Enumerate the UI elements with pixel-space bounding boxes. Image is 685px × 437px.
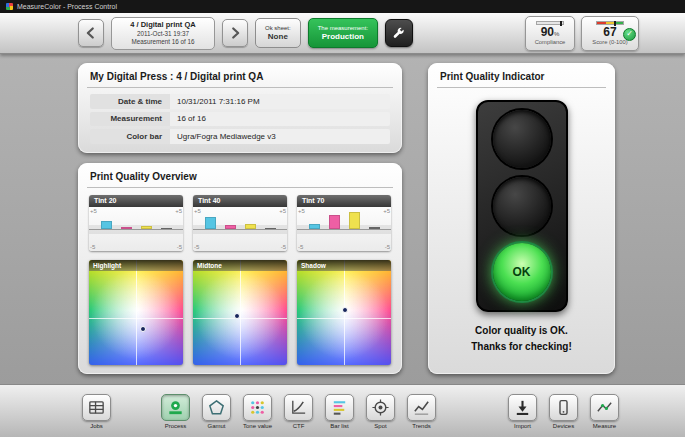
tool-button-devices[interactable]: Devices: [545, 394, 582, 429]
tint-chart-plot: +5+5-5-5: [297, 207, 391, 251]
tint-chart-title: Tint 40: [193, 195, 287, 207]
app-window: MeasureColor - Process Control 4 / Digit…: [0, 0, 685, 437]
tool-button-bar-list[interactable]: Bar list: [321, 394, 358, 429]
gamut-highlight: Highlight: [89, 260, 183, 365]
y-tick-label: +5: [194, 208, 201, 214]
score-gauge: 67 Score (0-100) ✓: [581, 16, 639, 51]
job-measurement: Measurement 16 of 16: [131, 38, 194, 46]
indicator-message-line1: Color quality is OK.: [437, 323, 606, 339]
tint-bar-cyan: [101, 221, 112, 229]
settings-button[interactable]: [385, 19, 413, 47]
bottom-toolbar: Jobs ProcessGamutTone valueCTFBar listSp…: [0, 384, 685, 437]
tint-bar-black: [369, 227, 380, 228]
wrench-icon: [391, 25, 407, 41]
y-tick-label: +5: [90, 208, 97, 214]
toolbar-group-jobs: Jobs: [78, 394, 115, 429]
compliance-label: Compliance: [535, 39, 566, 45]
tool-button-process[interactable]: Process: [157, 394, 194, 429]
ok-sheet-label: Ok sheet:: [265, 24, 291, 32]
job-selector[interactable]: 4 / Digital print QA 2011-Oct-31 19:37 M…: [111, 17, 215, 50]
green-lamp-on-icon: OK: [493, 243, 551, 301]
tool-button-gamut[interactable]: Gamut: [198, 394, 235, 429]
spot-icon: [366, 394, 395, 421]
tool-button-ctf[interactable]: CTF: [280, 394, 317, 429]
tool-button-label: Process: [165, 423, 187, 429]
tone-value-icon: [243, 394, 272, 421]
gauge-tick-icon: [560, 21, 562, 26]
tool-button-trends[interactable]: Trends: [403, 394, 440, 429]
ctf-icon: [284, 394, 313, 421]
indicator-message: Color quality is OK. Thanks for checking…: [437, 315, 606, 368]
score-gauges: 90% Compliance 67 Score (0-100) ✓: [525, 16, 639, 51]
press-panel-title: My Digital Press : 4 / Digital print QA: [87, 69, 393, 88]
info-row-date-time: Date & time 10/31/2011 7:31:16 PM: [90, 94, 390, 109]
import-icon: [508, 394, 537, 421]
y-tick-label: +5: [279, 208, 286, 214]
tool-button-spot[interactable]: Spot: [362, 394, 399, 429]
tint-chart-title: Tint 20: [89, 195, 183, 207]
quality-panel-title: Print Quality Overview: [87, 169, 393, 188]
left-column: My Digital Press : 4 / Digital print QA …: [78, 63, 402, 374]
tool-button-measure[interactable]: Measure: [586, 394, 623, 429]
info-value: 10/31/2011 7:31:16 PM: [170, 94, 390, 109]
toolbar-group-views: ProcessGamutTone valueCTFBar listSpotTre…: [157, 394, 440, 429]
jobs-icon: [82, 394, 111, 421]
tool-button-label: Measure: [593, 423, 616, 429]
check-icon: ✓: [623, 28, 636, 41]
info-row-measurement: Measurement 16 of 16: [90, 112, 390, 127]
crosshair-hline: [89, 318, 183, 319]
info-value: 16 of 16: [170, 112, 390, 127]
info-value: Ugra/Fogra Mediawedge v3: [170, 129, 390, 144]
bar-list-icon: [325, 394, 354, 421]
score-value: 67: [603, 26, 616, 39]
ok-sheet-value: None: [268, 32, 288, 43]
job-title: 4 / Digital print QA: [130, 20, 195, 30]
gamut-title: Shadow: [297, 260, 391, 271]
press-panel: My Digital Press : 4 / Digital print QA …: [78, 63, 402, 153]
crosshair-vline: [240, 260, 241, 365]
score-label: Score (0-100): [592, 39, 627, 45]
arrow-left-icon: [84, 26, 98, 40]
traffic-light-wrap: OK: [437, 94, 606, 315]
window-title: MeasureColor - Process Control: [17, 3, 117, 10]
tint-chart-plot: +5+5-5-5: [89, 207, 183, 251]
tool-button-import[interactable]: Import: [504, 394, 541, 429]
y-tick-label: -5: [177, 244, 182, 250]
tint-bar-yellow: [245, 224, 256, 229]
compliance-gauge: 90% Compliance: [525, 16, 575, 51]
the-measurement-button[interactable]: The measurement: Production: [308, 18, 378, 48]
tool-button-label: CTF: [293, 423, 305, 429]
tool-button-jobs[interactable]: Jobs: [78, 394, 115, 429]
titlebar: MeasureColor - Process Control: [0, 0, 685, 13]
gamut-shadow: Shadow: [297, 260, 391, 365]
crosshair-vline: [136, 260, 137, 365]
tool-button-label: Gamut: [207, 423, 225, 429]
right-column: Print Quality Indicator OK Color quality…: [428, 63, 615, 374]
tint-chart-plot: +5+5-5-5: [193, 207, 287, 251]
ok-label: OK: [513, 265, 531, 279]
compliance-unit: %: [554, 31, 559, 37]
tint-bar-cyan: [205, 217, 216, 228]
tint-bar-magenta: [225, 225, 236, 229]
compliance-gauge-bar-icon: [536, 21, 564, 25]
zero-line: [89, 229, 183, 230]
tool-button-tone-value[interactable]: Tone value: [239, 394, 276, 429]
gamut-marker: [234, 313, 240, 319]
toolbar-group-tools: ImportDevicesMeasure: [504, 394, 623, 429]
tint-chart-tint-70: Tint 70+5+5-5-5: [297, 195, 391, 251]
print-quality-overview-panel: Print Quality Overview Tint 20+5+5-5-5Ti…: [78, 163, 402, 374]
tool-button-label: Devices: [553, 423, 574, 429]
tint-bar-magenta: [329, 215, 340, 229]
y-tick-label: +5: [175, 208, 182, 214]
the-measurement-value: Production: [322, 32, 364, 43]
arrow-right-icon: [228, 26, 242, 40]
next-measurement-button[interactable]: [222, 19, 248, 47]
tool-button-label: Spot: [374, 423, 386, 429]
previous-measurement-button[interactable]: [78, 19, 104, 47]
y-tick-label: -5: [90, 244, 95, 250]
info-label: Date & time: [90, 94, 170, 109]
ok-sheet-button[interactable]: Ok sheet: None: [255, 18, 301, 48]
zero-line: [297, 229, 391, 230]
tool-button-label: Import: [514, 423, 531, 429]
tint-chart-title: Tint 70: [297, 195, 391, 207]
